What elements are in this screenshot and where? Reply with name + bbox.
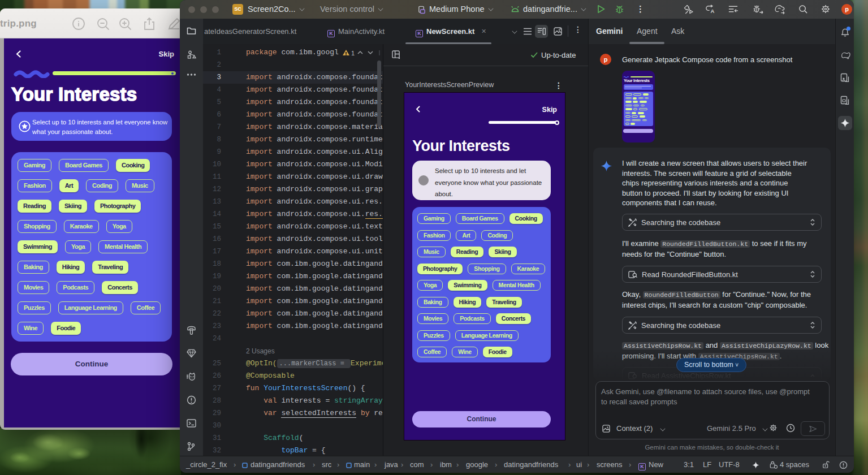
svg-text:A: A — [711, 8, 715, 14]
svg-text:1: 1 — [351, 50, 355, 57]
